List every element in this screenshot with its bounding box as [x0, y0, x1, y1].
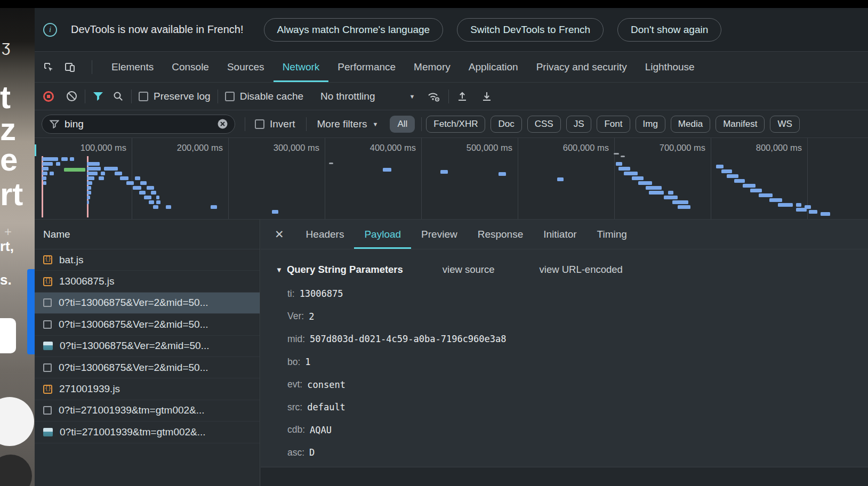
preserve-log-checkbox[interactable] [139, 92, 148, 101]
tab-initiator[interactable]: Initiator [533, 220, 586, 249]
chevron-down-icon: ▼ [409, 93, 415, 100]
waterfall-bar [796, 208, 807, 212]
waterfall-bar [115, 172, 122, 175]
chip-img[interactable]: Img [636, 116, 665, 133]
tab-application[interactable]: Application [460, 52, 527, 82]
waterfall-bar [668, 191, 673, 195]
timeline-tick-label: 700,000 ms [631, 143, 705, 153]
chip-font[interactable]: Font [597, 116, 630, 133]
request-row[interactable]: 271001939.js [35, 378, 260, 400]
tab-memory[interactable]: Memory [405, 52, 460, 82]
network-filter-row: bing Invert More filters ▼ All Fetch/XHR… [35, 110, 868, 138]
waterfall-bar [638, 181, 652, 185]
tab-privacy-security[interactable]: Privacy and security [527, 52, 636, 82]
clear-filter-icon[interactable] [217, 118, 228, 129]
tab-lighthouse[interactable]: Lighthouse [636, 52, 704, 82]
image-file-icon [43, 342, 53, 350]
view-url-encoded-link[interactable]: view URL-encoded [540, 264, 623, 276]
tab-elements[interactable]: Elements [102, 52, 163, 82]
waterfall-bar [721, 169, 732, 173]
export-har-icon[interactable] [480, 90, 493, 103]
disable-cache-checkbox[interactable] [225, 92, 235, 101]
match-language-button[interactable]: Always match Chrome's language [264, 18, 444, 42]
waterfall-bar [87, 176, 94, 180]
search-icon[interactable] [112, 91, 124, 102]
timeline-tick-label: 200,000 ms [148, 143, 223, 153]
request-name: 271001939.js [59, 383, 120, 395]
tab-headers[interactable]: Headers [296, 220, 355, 249]
waterfall-bar [211, 205, 217, 209]
chip-ws[interactable]: WS [770, 116, 799, 133]
switch-to-french-button[interactable]: Switch DevTools to French [457, 18, 604, 42]
filter-icon[interactable] [92, 91, 104, 102]
requests-column-header[interactable]: Name [35, 220, 260, 249]
request-row-selected[interactable]: 0?ti=13006875&Ver=2&mid=50... [35, 293, 260, 314]
tab-performance[interactable]: Performance [328, 52, 405, 82]
request-row[interactable]: bat.js [35, 249, 260, 271]
inspect-element-icon[interactable] [42, 61, 55, 74]
more-filters-button[interactable]: More filters [317, 118, 367, 130]
waterfall-bar [50, 172, 54, 175]
chip-manifest[interactable]: Manifest [716, 116, 765, 133]
waterfall-bar [329, 163, 333, 164]
invert-checkbox[interactable] [255, 119, 264, 129]
request-row[interactable]: 0?ti=271001939&tm=gtm002&... [35, 422, 260, 443]
waterfall-bar [147, 186, 154, 190]
view-source-link[interactable]: view source [443, 264, 495, 276]
tab-console[interactable]: Console [163, 52, 218, 82]
request-row[interactable]: 0?ti=271001939&tm=gtm002&... [35, 400, 260, 422]
timeline-selection-handle[interactable] [35, 144, 36, 156]
param-value: AQAU [310, 425, 332, 435]
tab-timing[interactable]: Timing [587, 220, 637, 249]
request-name: 0?ti=13006875&Ver=2&mid=50... [59, 319, 208, 330]
close-icon[interactable]: ✕ [261, 220, 296, 249]
screen: ʒ t z e rt + rt, s. i DevTools is now av… [0, 0, 868, 486]
tab-payload[interactable]: Payload [354, 220, 411, 249]
waterfall-bar [70, 157, 74, 161]
page-fragment: t [0, 79, 11, 116]
page-fragment: s. [0, 272, 12, 288]
waterfall-bar [166, 205, 171, 209]
request-name: 0?ti=13006875&Ver=2&mid=50... [59, 297, 208, 309]
param-key: mid: [287, 334, 305, 345]
request-row[interactable]: 0?ti=13006875&Ver=2&mid=50... [35, 357, 260, 378]
chip-fetch-xhr[interactable]: Fetch/XHR [426, 116, 485, 133]
tab-network[interactable]: Network [274, 52, 329, 82]
request-row[interactable]: 0?ti=13006875&Ver=2&mid=50... [35, 336, 260, 357]
waterfall-bar [149, 200, 154, 204]
chip-css[interactable]: CSS [527, 116, 561, 133]
throttling-select[interactable]: No throttling [320, 91, 375, 102]
request-row[interactable]: 0?ti=13006875&Ver=2&mid=50... [35, 314, 260, 335]
filter-input[interactable]: bing [42, 115, 235, 134]
param-row: evt:consent [276, 373, 868, 396]
request-name: 13006875.js [59, 276, 115, 287]
tab-response[interactable]: Response [468, 220, 534, 249]
timeline-canvas[interactable]: 100,000 ms200,000 ms300,000 ms400,000 ms… [35, 138, 868, 220]
waterfall-bar [56, 162, 60, 166]
waterfall-bar [759, 193, 773, 197]
details-tab-bar: ✕ Headers Payload Preview Response Initi… [261, 220, 868, 249]
disclosure-triangle-icon[interactable]: ▼ [276, 266, 283, 274]
devtools-tab-bar: Elements Console Sources Network Perform… [35, 52, 868, 83]
waterfall-bar [87, 191, 91, 195]
chip-all[interactable]: All [390, 116, 415, 133]
timeline-tick-label: 400,000 ms [341, 143, 416, 153]
record-network-log-icon[interactable] [43, 91, 54, 102]
waterfall-bar [139, 191, 146, 195]
chip-doc[interactable]: Doc [491, 116, 521, 133]
clear-network-log-icon[interactable] [66, 90, 78, 102]
query-string-section-title[interactable]: Query String Parameters [287, 264, 403, 276]
chip-media[interactable]: Media [671, 116, 710, 133]
dont-show-again-button[interactable]: Don't show again [617, 18, 721, 42]
request-row[interactable]: 13006875.js [35, 271, 260, 292]
waterfall-bar [557, 177, 564, 181]
waterfall-bar [42, 172, 47, 175]
chip-js[interactable]: JS [566, 116, 592, 133]
tab-preview[interactable]: Preview [411, 220, 468, 249]
waterfall-bar [135, 176, 140, 180]
payload-view: ▼ Query String Parameters view source vi… [261, 249, 868, 464]
device-toolbar-icon[interactable] [63, 61, 76, 74]
import-har-icon[interactable] [456, 90, 469, 103]
tab-sources[interactable]: Sources [218, 52, 274, 82]
network-conditions-icon[interactable] [427, 90, 441, 103]
